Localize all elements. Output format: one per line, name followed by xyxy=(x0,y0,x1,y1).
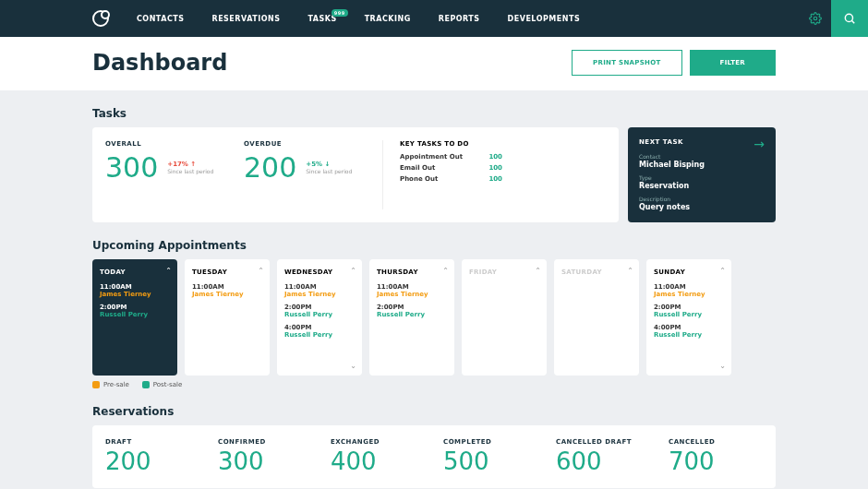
appointment[interactable]: 4:00PMRussell Perry xyxy=(284,324,355,339)
page-title: Dashboard xyxy=(92,50,572,76)
appt-time: 11:00AM xyxy=(377,283,447,291)
day-name: TODAY xyxy=(100,268,170,276)
appt-name: James Tierney xyxy=(377,291,447,298)
next-task-desc: Query notes xyxy=(639,203,765,211)
chevron-up-icon: ⌃ xyxy=(442,267,449,275)
day-card[interactable]: TODAY⌃11:00AMJames Tierney2:00PMRussell … xyxy=(92,259,177,376)
next-task-type: Reservation xyxy=(639,182,765,190)
day-card[interactable]: SUNDAY⌃11:00AMJames Tierney2:00PMRussell… xyxy=(646,259,731,376)
legend-presale: Pre-sale xyxy=(92,381,129,388)
stat-value: 200 xyxy=(244,151,296,184)
stat-delta: +5% ↓ xyxy=(306,161,352,168)
square-icon xyxy=(92,381,100,388)
chevron-down-icon[interactable]: ⌄ xyxy=(350,362,356,370)
filter-button[interactable]: FILTER xyxy=(690,50,776,76)
settings-button[interactable] xyxy=(800,0,831,37)
day-name: SATURDAY xyxy=(561,268,632,276)
day-name: TUESDAY xyxy=(192,268,262,276)
appt-name: James Tierney xyxy=(100,291,170,298)
appointment[interactable]: 11:00AMJames Tierney xyxy=(100,283,170,298)
stat-delta: +17% ↑ xyxy=(167,161,213,168)
legend-postsale: Post-sale xyxy=(142,381,182,388)
appt-name: Russell Perry xyxy=(654,311,724,318)
print-snapshot-button[interactable]: PRINT SNAPSHOT xyxy=(572,50,681,76)
chevron-up-icon: ⌃ xyxy=(258,267,264,275)
next-task-contact: Michael Bisping xyxy=(639,161,765,169)
appointment[interactable]: 2:00PMRussell Perry xyxy=(100,304,170,318)
upcoming-title: Upcoming Appointments xyxy=(92,239,776,252)
chevron-up-icon: ⌃ xyxy=(719,267,726,275)
key-tasks-title: KEY TASKS TO DO xyxy=(400,140,502,148)
top-nav: CONTACTS RESERVATIONS TASKS999 TRACKING … xyxy=(0,0,868,37)
stat-sub: Since last period xyxy=(167,168,213,174)
day-card[interactable]: TUESDAY⌃11:00AMJames Tierney xyxy=(185,259,270,376)
day-card[interactable]: WEDNESDAY⌃11:00AMJames Tierney2:00PMRuss… xyxy=(277,259,362,376)
page-header: Dashboard PRINT SNAPSHOT FILTER xyxy=(0,37,868,90)
nav-reservations[interactable]: RESERVATIONS xyxy=(211,15,280,23)
day-card[interactable]: FRIDAY⌃ xyxy=(462,259,547,376)
key-task-row: Appointment Out100 xyxy=(400,153,502,161)
appt-name: Russell Perry xyxy=(284,311,355,318)
appt-name: Russell Perry xyxy=(284,331,355,339)
next-task-card[interactable]: NEXT TASK → Contact Michael Bisping Type… xyxy=(628,127,776,222)
res-value: 500 xyxy=(443,447,537,475)
nav-tasks[interactable]: TASKS999 xyxy=(307,15,336,23)
res-label: CANCELLED xyxy=(669,438,763,446)
res-value: 300 xyxy=(218,447,312,475)
appt-name: Russell Perry xyxy=(654,331,724,339)
appointment[interactable]: 2:00PMRussell Perry xyxy=(284,304,355,318)
appt-time: 2:00PM xyxy=(377,304,447,311)
appointment[interactable]: 2:00PMRussell Perry xyxy=(377,304,447,318)
day-card[interactable]: THURSDAY⌃11:00AMJames Tierney2:00PMRusse… xyxy=(369,259,454,376)
stat-overall: OVERALL 300 +17% ↑ Since last period xyxy=(105,140,244,209)
appt-time: 2:00PM xyxy=(654,304,724,311)
key-task-row: Email Out100 xyxy=(400,164,502,172)
svg-point-1 xyxy=(845,14,852,21)
gear-icon xyxy=(809,12,822,25)
nav-reports[interactable]: REPORTS xyxy=(439,15,480,23)
logo-icon[interactable] xyxy=(92,10,109,27)
nav-contacts[interactable]: CONTACTS xyxy=(137,15,184,23)
appt-time: 2:00PM xyxy=(284,304,355,311)
res-value: 400 xyxy=(331,447,425,475)
res-label: EXCHANGED xyxy=(331,438,425,446)
appointment[interactable]: 11:00AMJames Tierney xyxy=(377,283,447,298)
next-task-label: Contact xyxy=(639,153,765,160)
next-task-label: Description xyxy=(639,196,765,202)
appointment[interactable]: 2:00PMRussell Perry xyxy=(654,304,724,318)
topbar-right xyxy=(800,0,868,37)
nav-developments[interactable]: DEVELOPMENTS xyxy=(508,15,581,23)
stat-overdue: OVERDUE 200 +5% ↓ Since last period xyxy=(244,140,382,209)
stat-label: OVERDUE xyxy=(244,140,382,148)
appointment[interactable]: 4:00PMRussell Perry xyxy=(654,324,724,339)
chevron-down-icon[interactable]: ⌄ xyxy=(719,362,726,370)
appt-time: 4:00PM xyxy=(284,324,355,331)
appt-time: 11:00AM xyxy=(192,283,262,291)
chevron-up-icon: ⌃ xyxy=(350,267,356,275)
chevron-up-icon: ⌃ xyxy=(165,267,172,275)
appt-time: 2:00PM xyxy=(100,304,170,311)
appointment[interactable]: 11:00AMJames Tierney xyxy=(284,283,355,298)
key-tasks: KEY TASKS TO DO Appointment Out100 Email… xyxy=(382,140,502,209)
day-name: FRIDAY xyxy=(469,268,539,276)
svg-line-2 xyxy=(851,20,854,23)
square-icon xyxy=(142,381,150,388)
arrow-right-icon: → xyxy=(753,137,765,151)
stat-value: 300 xyxy=(105,151,158,184)
res-label: CONFIRMED xyxy=(218,438,312,446)
appt-name: James Tierney xyxy=(284,291,355,298)
res-label: COMPLETED xyxy=(443,438,537,446)
reservations-card: DRAFT200CONFIRMED300EXCHANGED400COMPLETE… xyxy=(92,425,776,488)
nav-tracking[interactable]: TRACKING xyxy=(365,15,411,23)
appt-time: 11:00AM xyxy=(654,283,724,291)
reservation-col: CANCELLED700 xyxy=(669,438,763,475)
appointment[interactable]: 11:00AMJames Tierney xyxy=(654,283,724,298)
appt-name: James Tierney xyxy=(192,291,262,298)
appt-name: Russell Perry xyxy=(377,311,447,318)
day-card[interactable]: SATURDAY⌃ xyxy=(554,259,639,376)
main-content: Tasks OVERALL 300 +17% ↑ Since last peri… xyxy=(0,90,868,489)
reservation-col: COMPLETED500 xyxy=(443,438,537,475)
search-button[interactable] xyxy=(831,0,868,37)
chevron-up-icon: ⌃ xyxy=(535,267,541,275)
appointment[interactable]: 11:00AMJames Tierney xyxy=(192,283,262,298)
